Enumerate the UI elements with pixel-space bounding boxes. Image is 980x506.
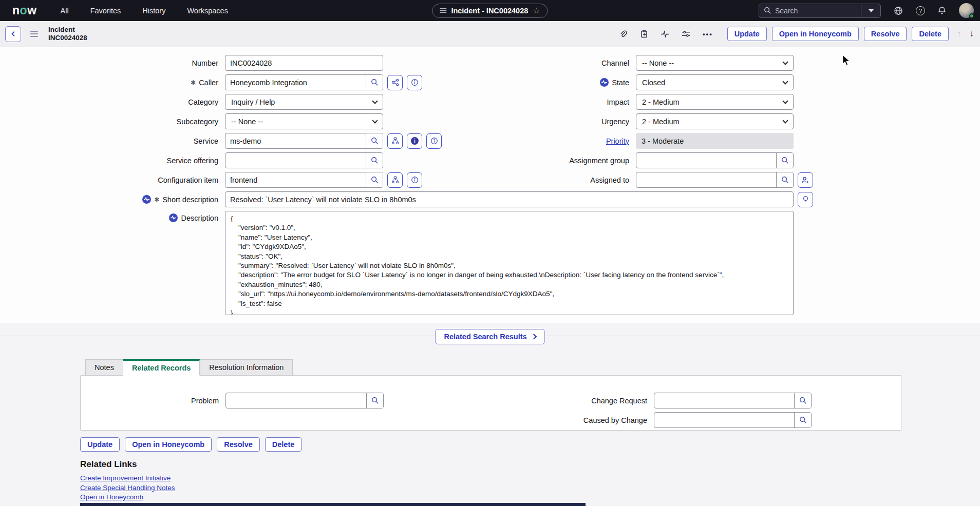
tab-resolution-information[interactable]: Resolution Information [200,359,293,376]
footer-resolve-button[interactable]: Resolve [217,437,260,452]
record-menu-icon[interactable] [440,8,446,13]
globe-icon[interactable] [894,6,903,15]
service-input[interactable] [225,137,366,145]
nav-item-favorites[interactable]: Favorites [90,7,121,15]
open-in-honeycomb-button[interactable]: Open in Honeycomb [772,27,859,41]
form-context-menu-icon[interactable] [30,31,38,37]
impact-label: Impact [491,98,629,106]
link-open-in-honeycomb[interactable]: Open in Honeycomb [80,493,175,501]
label-text: Problem [191,397,219,405]
notifications-bell-icon[interactable] [938,6,946,15]
global-search[interactable] [759,4,881,18]
urgency-label: Urgency [491,118,629,126]
assign-to-me-button[interactable] [798,172,813,188]
info-icon [411,79,419,86]
urgency-select[interactable]: 2 - Medium [636,113,794,129]
channel-select[interactable]: -- None -- [636,55,794,71]
form-row-configuration-item: Configuration item [80,172,442,188]
change-request-field [654,393,812,408]
hierarchy-icon [391,137,399,145]
number-label: Number [80,59,218,67]
record-type: Incident [48,26,87,34]
nav-item-workspaces[interactable]: Workspaces [187,7,228,15]
description-textarea[interactable]: { "version": "v0.1.0", "name": "User Lat… [225,211,794,315]
configuration-item-hierarchy-button[interactable] [387,172,403,188]
configuration-item-input[interactable] [225,176,366,184]
current-record-pill[interactable]: Incident - INC0024028 ☆ [432,4,548,18]
change-request-lookup-button[interactable] [794,393,811,408]
tab-related-records[interactable]: Related Records [123,359,200,376]
activity-pulse-icon[interactable] [661,30,669,38]
service-offering-input[interactable] [225,157,366,165]
previous-record-icon: ↑ [957,29,962,39]
search-scope-dropdown[interactable] [861,4,880,17]
update-button[interactable]: Update [727,27,767,41]
chevron-down-icon [372,98,378,104]
service-alert-button[interactable] [407,133,422,149]
assigned-to-lookup-button[interactable] [776,172,793,187]
selected-value: Inquiry / Help [231,98,275,106]
state-select[interactable]: Closed [636,74,794,90]
copy-clipboard-icon[interactable] [640,30,648,38]
delete-button[interactable]: Delete [912,27,949,41]
configuration-item-lookup-button[interactable] [366,172,383,187]
label-text: Short description [162,196,218,204]
nav-item-all[interactable]: All [61,7,69,15]
form-row-description: Description { "version": "v0.1.0", "name… [80,211,813,315]
tab-notes[interactable]: Notes [85,359,123,376]
help-icon[interactable]: ? [916,6,925,15]
service-hierarchy-button[interactable] [387,133,403,149]
assigned-to-label: Assigned to [491,176,629,184]
caller-input[interactable] [225,79,366,87]
problem-lookup-button[interactable] [366,393,383,408]
service-offering-lookup-button[interactable] [366,153,383,168]
more-actions-icon[interactable]: ••• [703,30,713,38]
footer-update-button[interactable]: Update [80,437,120,452]
caused-by-change-lookup-button[interactable] [794,413,811,427]
assignment-group-input[interactable] [636,157,776,165]
footer-open-in-honeycomb-button[interactable]: Open in Honeycomb [125,437,212,452]
caller-info-button[interactable] [407,75,422,90]
suggestion-button[interactable] [798,192,813,207]
link-create-improvement-initiative[interactable]: Create Improvement Initiative [80,474,175,482]
change-request-input[interactable] [654,397,794,405]
related-search-results-button[interactable]: Related Search Results [435,329,544,344]
user-avatar[interactable] [959,3,974,18]
caller-lookup-button[interactable] [366,75,383,90]
back-button[interactable] [5,26,21,42]
lightbulb-icon [802,196,809,203]
person-add-icon [801,176,809,184]
next-record-icon[interactable]: ↓ [970,29,974,39]
impact-select[interactable]: 2 - Medium [636,94,794,110]
search-icon [781,176,789,184]
link-create-special-handling-notes[interactable]: Create Special Handling Notes [80,484,175,492]
service-info-button[interactable] [426,133,442,149]
state-label: State [491,78,629,87]
assigned-to-input[interactable] [636,176,776,184]
caller-share-button[interactable] [387,75,403,90]
resolve-button[interactable]: Resolve [864,27,907,41]
attachment-paperclip-icon[interactable] [619,30,628,38]
configuration-item-info-button[interactable] [407,172,422,188]
service-lookup-button[interactable] [366,133,383,148]
servicenow-logo[interactable]: now [12,4,37,17]
search-icon [799,416,807,424]
flow-wave-icon [169,213,178,222]
assignment-group-lookup-button[interactable] [776,153,793,168]
label-text: Assigned to [590,176,629,184]
footer-delete-button[interactable]: Delete [265,437,302,452]
favorite-star-icon[interactable]: ☆ [533,6,540,15]
caused-by-change-input[interactable] [654,416,794,424]
subcategory-select[interactable]: -- None -- [225,113,383,129]
short-description-input[interactable] [225,196,793,204]
form-row-channel: Channel -- None -- [491,55,813,71]
priority-link[interactable]: Priority [606,137,629,145]
nav-item-history[interactable]: History [142,7,165,15]
form-right-column: Channel -- None -- State Closed Impact 2… [491,55,813,191]
label-text: Service [194,137,218,145]
category-select[interactable]: Inquiry / Help [225,94,383,110]
search-input[interactable] [775,7,861,15]
number-input[interactable] [225,59,383,67]
problem-input[interactable] [226,397,366,405]
settings-sliders-icon[interactable] [682,30,690,38]
